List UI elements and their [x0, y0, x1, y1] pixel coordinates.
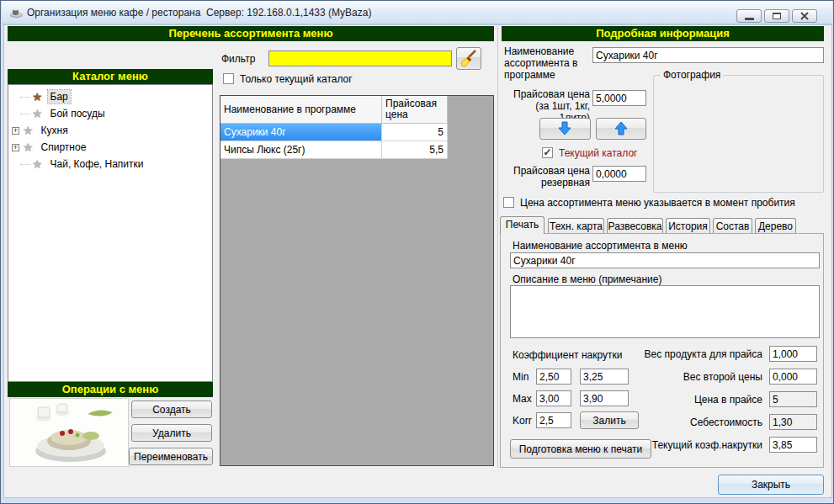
item-price-cell[interactable]: 5,5 [382, 141, 448, 159]
catalog-header: Каталог меню [8, 69, 213, 84]
min-input-1[interactable] [536, 369, 571, 385]
panel-divider [497, 26, 498, 468]
operations-header: Операции с меню [8, 382, 213, 397]
tree-item-label[interactable]: Спиртное [39, 141, 89, 154]
star-icon: ★ [32, 157, 43, 171]
tree-item-bar[interactable]: ★ Бар [20, 88, 212, 105]
broom-icon [457, 59, 479, 71]
name-in-program-label: Наименование ассортимента в программе [504, 45, 590, 81]
current-markup-label: Текущий коэф.накрутки [640, 439, 762, 451]
menu-name-input[interactable] [510, 252, 820, 268]
price-in-list-label: Цена в прайсе [640, 394, 762, 406]
rename-button[interactable]: Переименовать [129, 448, 213, 465]
create-button[interactable]: Создать [131, 401, 212, 418]
table-row[interactable]: Чипсы Люкс (25г) 5,5 [220, 141, 493, 159]
only-current-catalog-checkbox[interactable] [223, 73, 234, 84]
photo-label: Фотография [661, 69, 723, 81]
tab-sostav[interactable]: Состав [713, 218, 752, 234]
fill-button[interactable]: Залить [580, 411, 639, 429]
tree-item-chai-kofe[interactable]: ★ Чай, Кофе, Напитки [20, 156, 212, 172]
filter-input[interactable] [268, 50, 452, 66]
korr-input[interactable] [536, 412, 571, 428]
price-at-sale-label: Цена ассортимента меню указывается в мом… [520, 197, 795, 209]
only-current-catalog-label: Только текущий каталог [240, 73, 353, 85]
delete-button[interactable]: Удалить [131, 424, 212, 442]
tree-item-label[interactable]: Бар [48, 90, 71, 103]
markup-coefficient-label: Коэффициент накрутки [513, 349, 622, 361]
tree-item-spirtnoe[interactable]: + ★ Спиртное [12, 139, 212, 156]
price-down-button[interactable] [539, 118, 591, 140]
star-icon: ★ [32, 90, 43, 103]
price-in-list-value [769, 391, 817, 407]
reserve-price-input[interactable] [592, 166, 646, 182]
menu-name-label: Наименование ассортимента в меню [513, 240, 688, 252]
max-input-2[interactable] [580, 390, 629, 406]
star-icon: ★ [23, 124, 34, 137]
table-row[interactable]: Сухарики 40г 5 [220, 124, 493, 141]
current-catalog-checkbox[interactable]: ✓ [542, 147, 553, 158]
app-icon [9, 7, 24, 21]
current-catalog-label: Текущий каталог [559, 147, 637, 159]
close-button[interactable]: Закрыть [718, 475, 824, 495]
tree-item-boy-posudy[interactable]: ★ Бой посуды [20, 105, 212, 122]
name-in-program-input[interactable] [592, 47, 824, 63]
second-price-weight-input[interactable] [769, 369, 817, 385]
cost-value [769, 414, 817, 430]
tab-istoriya[interactable]: История [666, 218, 710, 234]
minimize-icon[interactable] [736, 9, 762, 23]
tree-item-label[interactable]: Чай, Кофе, Напитки [48, 157, 146, 171]
food-photo-image [9, 398, 129, 467]
arrow-down-icon [540, 128, 573, 140]
tree-connector [20, 97, 30, 98]
app-window: Организация меню кафе / ресторана Сервер… [0, 0, 834, 504]
tab-tehn-karta[interactable]: Техн. карта [548, 218, 604, 234]
column-header-price[interactable]: Прайсовая цена [382, 96, 448, 124]
arrow-up-icon [597, 128, 629, 140]
tab-razvesovka[interactable]: Развесовка [607, 218, 663, 234]
title-bar[interactable]: Организация меню кафе / ресторана Сервер… [2, 1, 832, 24]
star-icon: ★ [32, 107, 43, 120]
tree-connector [20, 164, 30, 165]
tree-item-label[interactable]: Бой посуды [48, 107, 108, 120]
filter-label: Фильтр [221, 53, 255, 65]
tab-derevo[interactable]: Дерево [755, 218, 796, 234]
star-icon: ★ [23, 141, 34, 154]
tree-connector [20, 114, 30, 114]
column-header-name[interactable]: Наименование в программе [220, 96, 382, 124]
close-icon[interactable] [792, 9, 817, 23]
product-weight-label: Вес продукта для прайса [640, 348, 762, 360]
maximize-icon[interactable] [764, 9, 789, 23]
min-label: Min [513, 371, 529, 383]
second-price-weight-label: Вес второй цены [640, 371, 762, 383]
menu-description-textarea[interactable] [510, 285, 820, 338]
korr-label: Korr [513, 415, 532, 427]
window-title: Организация меню кафе / ресторана Сервер… [27, 7, 371, 19]
photo-groupbox: Фотография [653, 75, 824, 193]
price-up-button[interactable] [596, 118, 646, 140]
catalog-tree: ★ Бар ★ Бой посуды + ★ Кухня + ★ Спиртно… [8, 84, 213, 382]
cost-label: Себестоимость [640, 416, 762, 428]
price-at-sale-checkbox[interactable] [503, 197, 514, 208]
product-weight-input[interactable] [769, 346, 817, 362]
assortment-header: Перечень ассортимента меню [8, 26, 494, 41]
clear-filter-button[interactable] [456, 47, 481, 70]
prepare-menu-print-button[interactable]: Подготовка меню к печати [510, 439, 651, 459]
max-label: Max [513, 393, 532, 405]
expand-icon[interactable]: + [12, 144, 19, 151]
expand-icon[interactable]: + [12, 127, 19, 135]
max-input-1[interactable] [536, 390, 571, 406]
item-name-cell[interactable]: Чипсы Люкс (25г) [220, 141, 382, 159]
item-price-cell[interactable]: 5 [382, 124, 448, 141]
menu-description-label: Описание в меню (примечание) [513, 273, 661, 285]
reserve-price-label: Прайсовая цена резервная [513, 165, 590, 188]
items-table: Наименование в программе Прайсовая цена … [220, 95, 494, 466]
current-markup-input[interactable] [769, 437, 817, 453]
tree-item-label[interactable]: Кухня [39, 124, 71, 137]
item-name-cell[interactable]: Сухарики 40г [220, 124, 382, 141]
tree-item-kuhnya[interactable]: + ★ Кухня [12, 122, 212, 139]
min-input-2[interactable] [580, 369, 629, 385]
price-input[interactable] [592, 90, 646, 106]
tab-pechat[interactable]: Печать [500, 216, 544, 234]
details-header: Подробная информация [502, 26, 824, 41]
